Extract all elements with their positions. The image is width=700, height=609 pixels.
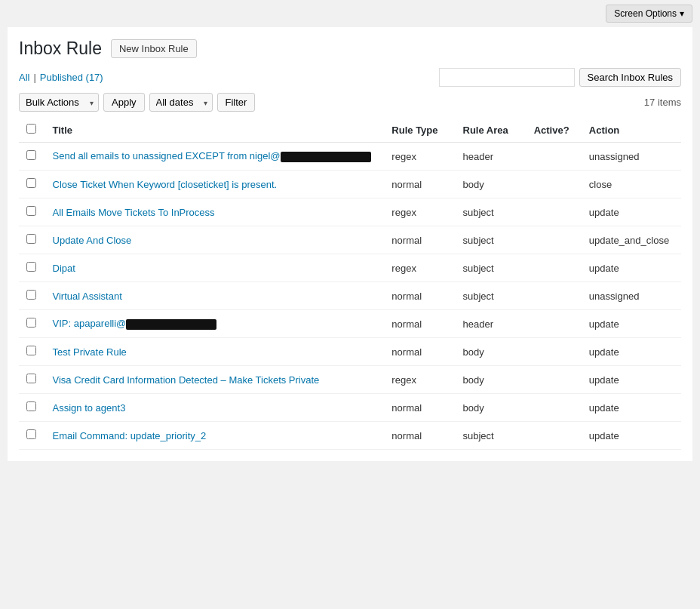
row-title-link[interactable]: Test Private Rule bbox=[53, 346, 127, 358]
row-title-cell: All Emails Move Tickets To InProcess bbox=[45, 198, 385, 226]
row-rule-type: regex bbox=[384, 254, 455, 282]
toolbar-row: Bulk Actions ▾ Apply All dates ▾ Filter … bbox=[19, 93, 681, 112]
row-checkbox[interactable] bbox=[26, 262, 36, 272]
new-inbox-rule-button[interactable]: New Inbox Rule bbox=[111, 39, 197, 58]
row-title-cell: Virtual Assistant bbox=[45, 282, 385, 310]
row-title-link[interactable]: Assign to agent3 bbox=[53, 402, 126, 414]
screen-options-bar: Screen Options ▾ bbox=[0, 0, 700, 27]
row-action: unassigned bbox=[582, 282, 681, 310]
row-title-link[interactable]: Close Ticket When Keyword [closeticket] … bbox=[53, 179, 278, 190]
row-checkbox[interactable] bbox=[26, 290, 36, 300]
row-title-link[interactable]: Dipat bbox=[53, 263, 75, 274]
table-row: Update And Closenormalsubjectupdate_and_… bbox=[19, 226, 681, 254]
row-rule-area: body bbox=[456, 338, 527, 366]
th-title-label: Title bbox=[53, 125, 73, 136]
screen-options-button[interactable]: Screen Options ▾ bbox=[606, 5, 692, 23]
row-title-cell: Test Private Rule bbox=[45, 338, 385, 366]
row-active bbox=[527, 282, 582, 310]
table-row: Email Command: update_priority_2normalsu… bbox=[19, 422, 681, 450]
search-input[interactable] bbox=[439, 68, 575, 87]
row-rule-type: normal bbox=[384, 171, 455, 198]
rules-table: Title Rule Type Rule Area Active? Action bbox=[19, 118, 681, 450]
row-checkbox[interactable] bbox=[26, 206, 36, 216]
bulk-actions-select[interactable]: Bulk Actions bbox=[19, 93, 99, 112]
table-row: Visa Credit Card Information Detected – … bbox=[19, 366, 681, 394]
th-action: Action bbox=[582, 118, 681, 143]
items-count: 17 items bbox=[644, 97, 681, 108]
table-row: Close Ticket When Keyword [closeticket] … bbox=[19, 171, 681, 198]
th-active: Active? bbox=[527, 118, 582, 143]
row-rule-area: subject bbox=[456, 198, 527, 226]
row-title-link[interactable]: Virtual Assistant bbox=[53, 291, 122, 302]
row-rule-area: subject bbox=[456, 254, 527, 282]
row-checkbox[interactable] bbox=[26, 346, 36, 355]
row-rule-type: normal bbox=[384, 394, 455, 422]
row-action: update bbox=[582, 338, 681, 366]
row-action: close bbox=[582, 171, 681, 198]
row-action: update_and_close bbox=[582, 226, 681, 254]
page-title: Inbox Rule bbox=[19, 38, 102, 59]
row-title-cell: Email Command: update_priority_2 bbox=[45, 422, 385, 450]
select-all-checkbox[interactable] bbox=[26, 124, 36, 134]
row-title-link[interactable]: All Emails Move Tickets To InProcess bbox=[53, 207, 215, 218]
row-rule-area: subject bbox=[456, 282, 527, 310]
row-title-link[interactable]: Update And Close bbox=[53, 235, 132, 246]
th-active-label: Active? bbox=[534, 125, 570, 136]
th-rule-area: Rule Area bbox=[456, 118, 527, 143]
row-checkbox[interactable] bbox=[26, 150, 36, 160]
main-content: Inbox Rule New Inbox Rule All | Publishe… bbox=[8, 27, 692, 461]
page-title-row: Inbox Rule New Inbox Rule bbox=[19, 38, 681, 59]
row-rule-type: normal bbox=[384, 422, 455, 450]
th-action-label: Action bbox=[589, 125, 619, 136]
row-title-link[interactable]: Visa Credit Card Information Detected – … bbox=[53, 374, 320, 386]
row-active bbox=[527, 198, 582, 226]
table-row: Dipatregexsubjectupdate bbox=[19, 254, 681, 282]
search-inbox-rules-button[interactable]: Search Inbox Rules bbox=[579, 68, 681, 87]
row-checkbox[interactable] bbox=[26, 429, 36, 439]
table-row: All Emails Move Tickets To InProcessrege… bbox=[19, 198, 681, 226]
th-checkbox bbox=[19, 118, 45, 143]
row-rule-type: normal bbox=[384, 282, 455, 310]
row-rule-type: regex bbox=[384, 198, 455, 226]
row-title-cell: Update And Close bbox=[45, 226, 385, 254]
filter-published-link[interactable]: Published (17) bbox=[40, 72, 103, 83]
filter-all-link[interactable]: All bbox=[19, 72, 29, 83]
row-rule-type: normal bbox=[384, 226, 455, 254]
table-row: Virtual Assistantnormalsubjectunassigned bbox=[19, 282, 681, 310]
row-checkbox[interactable] bbox=[26, 234, 36, 244]
filter-button[interactable]: Filter bbox=[217, 93, 256, 112]
row-title-link[interactable]: Send all emails to unassigned EXCEPT fro… bbox=[53, 150, 281, 161]
row-title-link[interactable]: Email Command: update_priority_2 bbox=[53, 430, 207, 441]
table-row: Test Private Rulenormalbodyupdate bbox=[19, 338, 681, 366]
row-checkbox[interactable] bbox=[26, 178, 36, 188]
row-title-cell: Assign to agent3 bbox=[45, 394, 385, 422]
th-title: Title bbox=[45, 118, 385, 143]
screen-options-chevron-icon: ▾ bbox=[680, 8, 684, 19]
row-checkbox[interactable] bbox=[26, 318, 36, 328]
filter-separator: | bbox=[33, 72, 35, 83]
dates-select[interactable]: All dates bbox=[149, 93, 213, 112]
apply-button[interactable]: Apply bbox=[103, 93, 145, 112]
table-row: Assign to agent3normalbodyupdate bbox=[19, 394, 681, 422]
row-rule-area: header bbox=[456, 143, 527, 171]
row-checkbox[interactable] bbox=[26, 374, 36, 383]
row-title-cell: VIP: apaparelli@ bbox=[45, 310, 385, 338]
row-rule-area: body bbox=[456, 394, 527, 422]
row-active bbox=[527, 171, 582, 198]
row-checkbox[interactable] bbox=[26, 401, 36, 411]
row-active bbox=[527, 338, 582, 366]
row-active bbox=[527, 254, 582, 282]
dates-wrapper: All dates ▾ bbox=[149, 93, 213, 112]
th-rule-type-label: Rule Type bbox=[391, 125, 438, 136]
row-title-link[interactable]: VIP: apaparelli@ bbox=[53, 318, 127, 329]
th-rule-area-label: Rule Area bbox=[463, 125, 508, 136]
row-title-cell: Close Ticket When Keyword [closeticket] … bbox=[45, 171, 385, 198]
row-active bbox=[527, 143, 582, 171]
row-active bbox=[527, 310, 582, 338]
row-rule-type: normal bbox=[384, 310, 455, 338]
row-action: update bbox=[582, 366, 681, 394]
row-title-cell: Dipat bbox=[45, 254, 385, 282]
row-active bbox=[527, 422, 582, 450]
row-rule-type: regex bbox=[384, 366, 455, 394]
bulk-actions-wrapper: Bulk Actions ▾ bbox=[19, 93, 99, 112]
